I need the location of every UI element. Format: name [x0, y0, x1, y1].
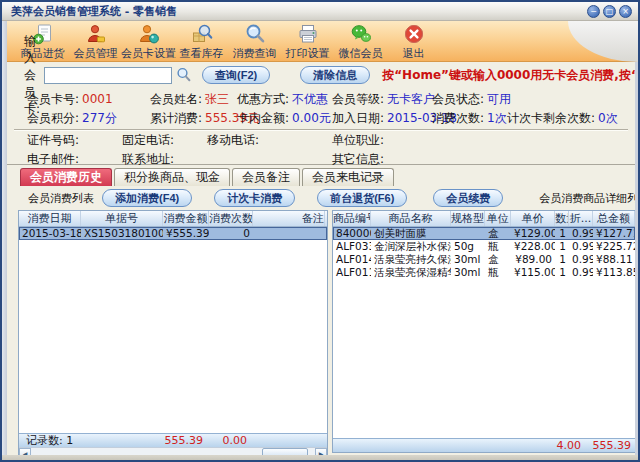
tab-call-records[interactable]: 会员来电记录 — [302, 168, 394, 186]
cell-unit: 盒 — [485, 227, 511, 240]
table-header-row: 消费日期 单据号 消费金额 消费次数 备注 — [19, 211, 327, 227]
cell-receipt-no: XS150318010001 — [81, 227, 163, 240]
cell-times: 0 — [209, 227, 253, 240]
member-card-settings-icon — [138, 23, 160, 45]
discount-mode-field: 优惠方式:不优惠 — [237, 91, 328, 108]
toolbar-corner-decoration — [568, 21, 638, 62]
tab-consume-history[interactable]: 会员消费历史 — [20, 168, 112, 186]
column-header[interactable]: 折... — [569, 211, 593, 226]
table-header-row: 商品编号 商品名称 规格型号 单位 单价 数量 折... 总金额 — [333, 211, 635, 227]
cell-product-name: 活泉莹亮持久保湿 — [371, 253, 451, 266]
cell-note — [253, 227, 325, 240]
cell-product-name: 金润深层补水保湿 — [371, 240, 451, 253]
print-settings-icon — [297, 23, 319, 45]
cell-amount: ¥555.39 — [163, 227, 209, 240]
actions-row: 会员消费列表 添加消费(F4) 计次卡消费 前台退货(F6) 会员续费 会员消费… — [2, 186, 638, 210]
qty-total: 4.00 — [541, 439, 581, 452]
column-header[interactable]: 消费金额 — [163, 211, 209, 226]
member-level-field: 会员等级:无卡客户 — [332, 91, 435, 108]
front-desk-refund-button[interactable]: 前台退货(F6) — [317, 189, 407, 207]
cell-qty: 1 — [555, 266, 569, 279]
tab-member-notes[interactable]: 会员备注 — [232, 168, 300, 186]
record-count: 记录数: 1 — [26, 434, 73, 447]
consume-times-field: 消费次数:1次 — [432, 110, 507, 127]
table-row[interactable]: ALF014 活泉莹亮持久保湿 30ml 盒 ¥89.00 1 0.99 ¥88… — [333, 253, 635, 266]
landline-field: 固定电话: — [122, 132, 177, 149]
amount-total: 555.39 — [157, 434, 203, 447]
table-row[interactable]: ALF011 活泉莹亮保湿精华 30ml 瓶 ¥115.00 1 0.99 ¥1… — [333, 266, 635, 279]
column-header[interactable]: 备注 — [253, 211, 325, 226]
left-summary-bar: 记录数: 1 555.39 0.00 — [19, 433, 327, 447]
column-header[interactable]: 数量 — [555, 211, 569, 226]
cell-product-no: ALF014 — [333, 253, 371, 266]
toolbar-label: 退出 — [403, 46, 425, 61]
cell-price: ¥129.00 — [511, 227, 555, 240]
counting-card-consume-button[interactable]: 计次卡消费 — [214, 189, 295, 207]
cell-discount: 0.99 — [569, 266, 593, 279]
member-info-row: 会员积分:277分 累计消费:555.39元 卡内金额:0.00元 加入日期:2… — [2, 110, 638, 128]
right-summary-bar: 4.00 555.39 — [333, 438, 635, 452]
restore-button[interactable]: □ — [603, 5, 616, 18]
column-header[interactable]: 商品编号 — [333, 211, 371, 226]
occupation-field: 单位职业: — [332, 132, 387, 149]
member-info-row: 会员卡号:0001 会员姓名:张三 优惠方式:不优惠 会员等级:无卡客户 会员状… — [2, 91, 638, 109]
column-header[interactable]: 单位 — [485, 211, 511, 226]
window-title: 美萍会员销售管理系统 - 零售销售 — [11, 4, 177, 19]
clear-info-button[interactable]: 清除信息 — [300, 66, 370, 84]
tab-bar: 会员消费历史 积分换商品、现金 会员备注 会员来电记录 — [2, 165, 638, 186]
tab-points-exchange[interactable]: 积分换商品、现金 — [114, 168, 230, 186]
window-frame-right — [635, 62, 638, 460]
consume-history-table: 消费日期 单据号 消费金额 消费次数 备注 2015-03-18 XS15031… — [18, 210, 328, 460]
column-header[interactable]: 消费次数 — [209, 211, 253, 226]
detail-list-label: 会员消费商品详细列表 — [539, 191, 640, 206]
member-renew-button[interactable]: 会员续费 — [433, 189, 503, 207]
cell-total: ¥127.71 — [593, 227, 635, 240]
toolbar-view-stock-button[interactable]: 查看库存 — [175, 21, 228, 61]
column-header[interactable]: 消费日期 — [19, 211, 81, 226]
cell-price: ¥115.00 — [511, 266, 555, 279]
cell-unit: 瓶 — [485, 240, 511, 253]
query-button[interactable]: 查询(F2) — [202, 66, 270, 84]
add-consumption-button[interactable]: 添加消费(F4) — [102, 189, 192, 207]
toolbar-consume-query-button[interactable]: 消费查询 — [228, 21, 281, 61]
cell-total: ¥113.85 — [593, 266, 635, 279]
app-window: 美萍会员销售管理系统 - 零售销售 − □ × 商品进货 会员管理 — [0, 0, 640, 462]
toolbar: 商品进货 会员管理 会员卡设置 — [2, 21, 638, 62]
search-icon[interactable] — [176, 67, 192, 83]
table-row[interactable]: 2015-03-18 XS150318010001 ¥555.39 0 — [19, 227, 327, 240]
cell-spec — [451, 227, 485, 240]
title-bar: 美萍会员销售管理系统 - 零售销售 − □ × — [2, 2, 638, 21]
cell-unit: 盒 — [485, 253, 511, 266]
member-card-input[interactable] — [44, 67, 172, 84]
member-info-separator — [14, 129, 628, 131]
table-row[interactable]: 8400001 创美时面膜 盒 ¥129.00 1 0.99 ¥127.71 — [333, 227, 635, 240]
toolbar-label: 查看库存 — [180, 46, 224, 61]
table-body: 2015-03-18 XS150318010001 ¥555.39 0 — [19, 227, 327, 433]
column-header[interactable]: 总金额 — [593, 211, 635, 226]
member-info-row: 证件号码: 固定电话: 移动电话: 单位职业: — [2, 132, 638, 150]
id-number-field: 证件号码: — [27, 132, 82, 149]
table-row[interactable]: ALF033 金润深层补水保湿 50g 瓶 ¥228.00 1 0.99 ¥22… — [333, 240, 635, 253]
toolbar-label: 会员卡设置 — [121, 46, 176, 61]
toolbar-wechat-member-button[interactable]: 微信会员 — [334, 21, 387, 61]
cell-price: ¥89.00 — [511, 253, 555, 266]
toolbar-print-settings-button[interactable]: 打印设置 — [281, 21, 334, 61]
minimize-button[interactable]: − — [587, 5, 600, 18]
toolbar-member-manage-button[interactable]: 会员管理 — [69, 21, 122, 61]
cell-total: ¥88.11 — [593, 253, 635, 266]
cell-qty: 1 — [555, 227, 569, 240]
toolbar-label: 会员管理 — [74, 46, 118, 61]
column-header[interactable]: 单价 — [511, 211, 555, 226]
column-header[interactable]: 规格型号 — [451, 211, 485, 226]
close-button[interactable]: × — [619, 5, 632, 18]
member-name-field: 会员姓名:张三 — [150, 91, 229, 108]
window-frame-left — [2, 21, 7, 460]
card-balance-field: 卡内金额:0.00元 — [237, 110, 331, 127]
toolbar-exit-button[interactable]: 退出 — [387, 21, 440, 61]
cell-qty: 1 — [555, 240, 569, 253]
mobile-field: 移动电话: — [207, 132, 262, 149]
column-header[interactable]: 商品名称 — [371, 211, 451, 226]
toolbar-label: 消费查询 — [233, 46, 277, 61]
toolbar-member-card-settings-button[interactable]: 会员卡设置 — [122, 21, 175, 61]
column-header[interactable]: 单据号 — [81, 211, 163, 226]
